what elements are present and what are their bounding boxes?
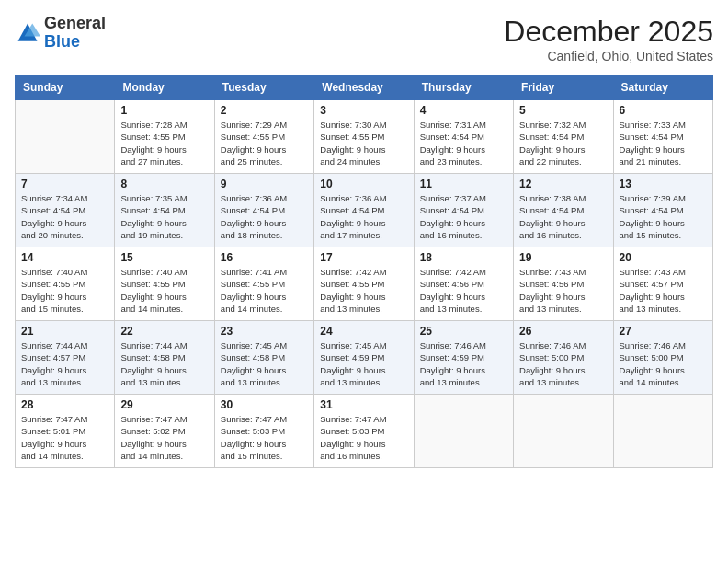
weekday-header: Thursday [414,75,513,100]
calendar-cell: 2Sunrise: 7:29 AM Sunset: 4:55 PM Daylig… [214,100,313,174]
day-info: Sunrise: 7:47 AM Sunset: 5:02 PM Dayligh… [120,413,208,462]
day-number: 5 [519,104,607,117]
day-info: Sunrise: 7:36 AM Sunset: 4:54 PM Dayligh… [221,192,308,241]
weekday-header: Sunday [16,75,115,100]
day-number: 10 [320,178,407,190]
page-header: General Blue December 2025 Canfield, Ohi… [15,15,713,63]
calendar-cell: 23Sunrise: 7:45 AM Sunset: 4:58 PM Dayli… [214,321,313,395]
day-info: Sunrise: 7:43 AM Sunset: 4:56 PM Dayligh… [519,266,607,315]
calendar-cell [16,100,115,174]
day-info: Sunrise: 7:32 AM Sunset: 4:54 PM Dayligh… [519,119,607,167]
day-number: 28 [21,398,108,411]
day-info: Sunrise: 7:42 AM Sunset: 4:56 PM Dayligh… [420,266,507,315]
calendar-cell: 29Sunrise: 7:47 AM Sunset: 5:02 PM Dayli… [115,395,214,468]
day-info: Sunrise: 7:38 AM Sunset: 4:54 PM Dayligh… [519,192,607,241]
calendar-cell: 5Sunrise: 7:32 AM Sunset: 4:54 PM Daylig… [514,100,613,174]
weekday-header: Friday [514,75,613,100]
day-info: Sunrise: 7:47 AM Sunset: 5:01 PM Dayligh… [21,413,108,462]
calendar-cell: 19Sunrise: 7:43 AM Sunset: 4:56 PM Dayli… [514,247,613,321]
calendar-cell: 31Sunrise: 7:47 AM Sunset: 5:03 PM Dayli… [314,395,414,468]
calendar-cell [613,395,712,468]
day-info: Sunrise: 7:28 AM Sunset: 4:55 PM Dayligh… [120,119,208,167]
calendar-week-row: 28Sunrise: 7:47 AM Sunset: 5:01 PM Dayli… [16,395,713,468]
calendar-cell: 6Sunrise: 7:33 AM Sunset: 4:54 PM Daylig… [613,100,712,174]
day-info: Sunrise: 7:43 AM Sunset: 4:57 PM Dayligh… [620,266,707,315]
day-info: Sunrise: 7:39 AM Sunset: 4:54 PM Dayligh… [620,192,707,241]
calendar-week-row: 1Sunrise: 7:28 AM Sunset: 4:55 PM Daylig… [16,100,713,174]
day-info: Sunrise: 7:47 AM Sunset: 5:03 PM Dayligh… [320,413,407,462]
day-number: 6 [620,104,707,117]
logo-blue-text: Blue [44,32,80,51]
calendar-cell: 26Sunrise: 7:46 AM Sunset: 5:00 PM Dayli… [514,321,613,395]
calendar-cell: 28Sunrise: 7:47 AM Sunset: 5:01 PM Dayli… [16,395,115,468]
weekday-header: Tuesday [214,75,313,100]
calendar-cell: 16Sunrise: 7:41 AM Sunset: 4:55 PM Dayli… [214,247,313,321]
day-info: Sunrise: 7:35 AM Sunset: 4:54 PM Dayligh… [120,192,208,241]
day-number: 23 [221,325,308,338]
logo-general-text: General [44,14,106,32]
day-info: Sunrise: 7:46 AM Sunset: 5:00 PM Dayligh… [620,339,707,388]
day-info: Sunrise: 7:36 AM Sunset: 4:54 PM Dayligh… [320,192,407,241]
day-info: Sunrise: 7:29 AM Sunset: 4:55 PM Dayligh… [221,119,308,167]
day-number: 27 [620,325,707,338]
weekday-header: Wednesday [314,75,414,100]
title-area: December 2025 Canfield, Ohio, United Sta… [504,15,713,63]
location-text: Canfield, Ohio, United States [504,49,713,63]
day-info: Sunrise: 7:40 AM Sunset: 4:55 PM Dayligh… [21,266,108,315]
calendar-cell: 17Sunrise: 7:42 AM Sunset: 4:55 PM Dayli… [314,247,414,321]
calendar-cell: 14Sunrise: 7:40 AM Sunset: 4:55 PM Dayli… [16,247,115,321]
day-number: 14 [21,251,108,264]
calendar-cell: 10Sunrise: 7:36 AM Sunset: 4:54 PM Dayli… [314,174,414,247]
day-number: 21 [21,325,108,338]
day-number: 31 [320,398,407,411]
day-number: 12 [519,178,607,190]
day-number: 19 [519,251,607,264]
day-number: 20 [620,251,707,264]
calendar-cell: 3Sunrise: 7:30 AM Sunset: 4:55 PM Daylig… [314,100,414,174]
day-info: Sunrise: 7:34 AM Sunset: 4:54 PM Dayligh… [21,192,108,241]
day-info: Sunrise: 7:41 AM Sunset: 4:55 PM Dayligh… [221,266,308,315]
day-number: 3 [320,104,407,117]
day-number: 26 [519,325,607,338]
calendar-table: SundayMondayTuesdayWednesdayThursdayFrid… [15,75,713,468]
day-info: Sunrise: 7:42 AM Sunset: 4:55 PM Dayligh… [320,266,407,315]
day-number: 7 [21,178,108,190]
day-number: 2 [221,104,308,117]
day-number: 29 [120,398,208,411]
calendar-cell: 1Sunrise: 7:28 AM Sunset: 4:55 PM Daylig… [115,100,214,174]
calendar-cell [414,395,513,468]
calendar-cell: 24Sunrise: 7:45 AM Sunset: 4:59 PM Dayli… [314,321,414,395]
day-number: 18 [420,251,507,264]
calendar-cell: 12Sunrise: 7:38 AM Sunset: 4:54 PM Dayli… [514,174,613,247]
logo-text: General Blue [44,15,106,52]
day-info: Sunrise: 7:44 AM Sunset: 4:57 PM Dayligh… [21,339,108,388]
day-info: Sunrise: 7:33 AM Sunset: 4:54 PM Dayligh… [620,119,707,167]
calendar-cell: 13Sunrise: 7:39 AM Sunset: 4:54 PM Dayli… [613,174,712,247]
calendar-cell [514,395,613,468]
calendar-week-row: 14Sunrise: 7:40 AM Sunset: 4:55 PM Dayli… [16,247,713,321]
day-number: 11 [420,178,507,190]
day-number: 4 [420,104,507,117]
day-number: 22 [120,325,208,338]
day-number: 25 [420,325,507,338]
day-info: Sunrise: 7:46 AM Sunset: 4:59 PM Dayligh… [420,339,507,388]
calendar-cell: 30Sunrise: 7:47 AM Sunset: 5:03 PM Dayli… [214,395,313,468]
day-number: 1 [120,104,208,117]
weekday-header: Monday [115,75,214,100]
day-info: Sunrise: 7:46 AM Sunset: 5:00 PM Dayligh… [519,339,607,388]
day-info: Sunrise: 7:44 AM Sunset: 4:58 PM Dayligh… [120,339,208,388]
day-number: 13 [620,178,707,190]
day-info: Sunrise: 7:30 AM Sunset: 4:55 PM Dayligh… [320,119,407,167]
day-info: Sunrise: 7:37 AM Sunset: 4:54 PM Dayligh… [420,192,507,241]
calendar-cell: 11Sunrise: 7:37 AM Sunset: 4:54 PM Dayli… [414,174,513,247]
calendar-week-row: 21Sunrise: 7:44 AM Sunset: 4:57 PM Dayli… [16,321,713,395]
day-number: 30 [221,398,308,411]
day-info: Sunrise: 7:45 AM Sunset: 4:59 PM Dayligh… [320,339,407,388]
calendar-cell: 9Sunrise: 7:36 AM Sunset: 4:54 PM Daylig… [214,174,313,247]
day-info: Sunrise: 7:40 AM Sunset: 4:55 PM Dayligh… [120,266,208,315]
calendar-cell: 8Sunrise: 7:35 AM Sunset: 4:54 PM Daylig… [115,174,214,247]
day-number: 24 [320,325,407,338]
day-number: 16 [221,251,308,264]
calendar-cell: 18Sunrise: 7:42 AM Sunset: 4:56 PM Dayli… [414,247,513,321]
calendar-cell: 22Sunrise: 7:44 AM Sunset: 4:58 PM Dayli… [115,321,214,395]
